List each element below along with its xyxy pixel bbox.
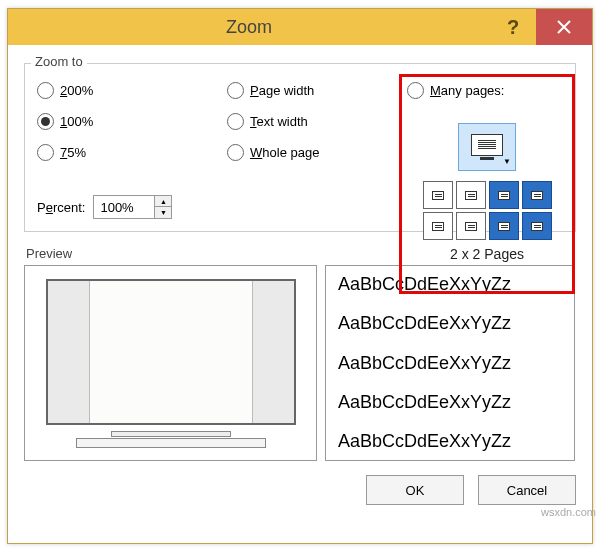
preview-base [76,438,266,448]
radio-page-width[interactable]: Page width [227,82,407,99]
many-pages-highlight: ▼ 2 x 2 Pages [399,74,575,294]
zoom-col-many: Many pages: ▼ [407,82,563,219]
zoom-options-row: 200% 100% 75% Percent: ▲ ▼ [37,82,563,219]
close-button[interactable] [536,9,592,45]
monitor-stand-icon [480,157,494,160]
grid-cell[interactable] [423,212,453,240]
pages-grid [408,181,566,240]
grid-cell[interactable] [522,181,552,209]
spinner-down[interactable]: ▼ [155,207,171,218]
cancel-button[interactable]: Cancel [478,475,576,505]
dialog-buttons: OK Cancel [24,475,576,505]
radio-200[interactable]: 200% [37,82,227,99]
watermark: wsxdn.com [541,506,596,518]
percent-label: Percent: [37,200,85,215]
radio-100[interactable]: 100% [37,113,227,130]
many-pages-button[interactable]: ▼ [458,123,516,171]
monitor-icon [471,134,503,156]
pages-grid-label: 2 x 2 Pages [408,246,566,262]
zoom-dialog: Zoom ? Zoom to 200% 100% 75% Percent: [7,8,593,544]
preview-row: AaBbCcDdEeXxYyZz AaBbCcDdEeXxYyZz AaBbCc… [24,265,576,461]
grid-cell[interactable] [456,212,486,240]
grid-cell[interactable] [456,181,486,209]
zoom-col-percent: 200% 100% 75% Percent: ▲ ▼ [37,82,227,219]
preview-screen [46,279,296,425]
radio-whole-page[interactable]: Whole page [227,144,407,161]
spinner-up[interactable]: ▲ [155,196,171,207]
help-button[interactable]: ? [490,9,536,45]
dialog-title: Zoom [8,9,490,45]
radio-text-width[interactable]: Text width [227,113,407,130]
zoom-to-group: Zoom to 200% 100% 75% Percent: ▲ ▼ [24,63,576,232]
percent-spinner[interactable]: ▲ ▼ [93,195,172,219]
grid-cell[interactable] [522,212,552,240]
zoom-to-label: Zoom to [31,54,87,69]
preview-monitor [24,265,317,461]
radio-75[interactable]: 75% [37,144,227,161]
ok-button[interactable]: OK [366,475,464,505]
font-sample-box: AaBbCcDdEeXxYyZz AaBbCcDdEeXxYyZz AaBbCc… [325,265,575,461]
titlebar: Zoom ? [8,9,592,45]
preview-stand [111,431,231,437]
zoom-col-fit: Page width Text width Whole page [227,82,407,219]
dialog-body: Zoom to 200% 100% 75% Percent: ▲ ▼ [8,45,592,517]
grid-cell[interactable] [489,181,519,209]
chevron-down-icon: ▼ [503,157,511,166]
close-icon [557,20,571,34]
sample-line: AaBbCcDdEeXxYyZz [338,392,562,413]
sample-line: AaBbCcDdEeXxYyZz [338,353,562,374]
percent-row: Percent: ▲ ▼ [37,195,227,219]
percent-input[interactable] [94,196,154,218]
sample-line: AaBbCcDdEeXxYyZz [338,431,562,452]
grid-cell[interactable] [489,212,519,240]
grid-cell[interactable] [423,181,453,209]
sample-line: AaBbCcDdEeXxYyZz [338,313,562,334]
